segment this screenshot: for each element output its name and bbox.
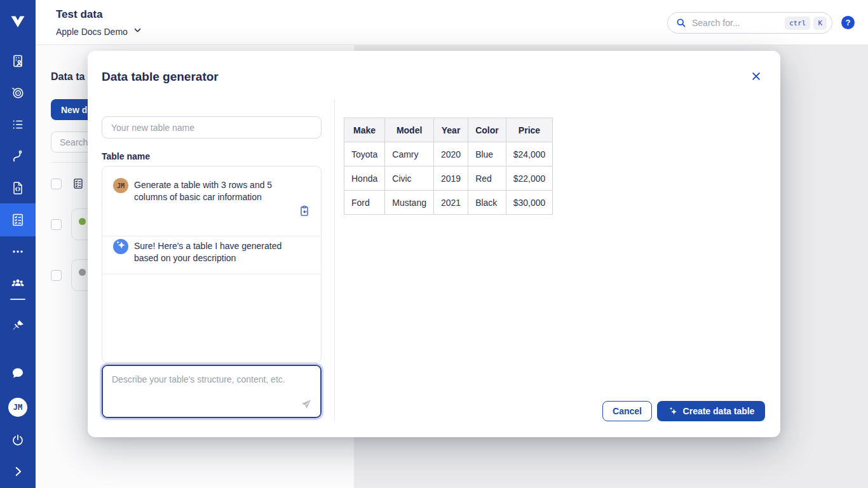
sidebar-item-logout[interactable] (0, 426, 36, 454)
column-header: Make (344, 118, 385, 142)
description-input-wrap (102, 365, 322, 418)
cell-make: Honda (344, 166, 385, 191)
sidebar-item-more[interactable] (0, 238, 36, 266)
close-icon (750, 71, 762, 85)
workspace-selector[interactable]: Apple Docs Demo (56, 25, 142, 37)
kbd-k: K (813, 17, 827, 30)
row-checkbox[interactable] (51, 270, 62, 281)
journey-route-icon (10, 149, 25, 164)
cell-model: Civic (385, 166, 434, 191)
create-data-table-button[interactable]: Create data table (657, 401, 765, 421)
top-header: Test data Apple Docs Demo ctrl K ? (36, 0, 868, 45)
column-header: Price (506, 118, 553, 142)
description-input[interactable] (103, 366, 320, 417)
users-group-icon (10, 276, 25, 291)
sidebar-expand-toggle[interactable] (0, 458, 36, 485)
description-chat-history: JM Generate a table with 3 rows and 5 co… (102, 166, 322, 363)
sidebar-item-chat[interactable] (0, 359, 36, 387)
table-row: Toyota Camry 2020 Blue $24,000 (344, 142, 553, 166)
sidebar-item-data-tables[interactable] (0, 203, 36, 236)
cell-model: Camry (385, 142, 434, 166)
background-search-placeholder: Search (60, 137, 88, 147)
data-tables-checklist-icon (10, 212, 25, 227)
green-status-dot (79, 218, 86, 225)
table-name-input[interactable] (102, 116, 322, 139)
chevron-down-icon (133, 25, 142, 37)
sidebar-item-organization[interactable] (0, 47, 36, 75)
question-mark-icon: ? (846, 18, 851, 27)
org-building-icon (10, 53, 25, 69)
sidebar-divider (10, 299, 25, 300)
cell-make: Ford (344, 191, 385, 215)
target-icon (10, 85, 25, 100)
sidebar-item-goals[interactable] (0, 79, 36, 107)
sidebar-item-lists[interactable] (0, 111, 36, 139)
app-logo[interactable] (0, 6, 36, 38)
clipboard-copy-icon (298, 208, 311, 219)
cell-price: $30,000 (506, 191, 553, 215)
sidebar-item-code-docs[interactable] (0, 174, 36, 202)
cell-color: Blue (468, 142, 506, 166)
data-table-generator-modal: Data table generator Table name Table de… (88, 51, 780, 437)
cell-price: $22,000 (506, 166, 553, 191)
copy-message-button[interactable] (298, 205, 311, 217)
global-search[interactable]: ctrl K (667, 12, 832, 34)
paper-plane-icon (300, 402, 313, 412)
cell-model: Mustang (385, 191, 434, 215)
global-search-input[interactable] (692, 18, 782, 28)
avatar-initials: JM (117, 182, 125, 189)
chat-divider (102, 274, 321, 274)
user-message-text: Generate a table with 3 rows and 5 colum… (134, 179, 307, 203)
table-row: Ford Mustang 2021 Black $30,000 (344, 191, 553, 215)
ai-message-avatar (113, 239, 128, 254)
sidebar-item-pinned[interactable] (0, 312, 36, 340)
sidebar-item-users[interactable] (0, 269, 36, 297)
kbd-ctrl: ctrl (785, 17, 811, 30)
column-header: Year (433, 118, 468, 142)
preview-table: Make Model Year Color Price Toyota Camry… (344, 118, 553, 215)
background-page-heading: Data ta (51, 71, 85, 83)
user-avatar[interactable]: JM (8, 398, 27, 417)
page-title: Test data (56, 8, 102, 21)
pin-icon (10, 318, 25, 334)
select-all-checkbox[interactable] (51, 179, 62, 189)
cancel-button[interactable]: Cancel (602, 401, 652, 421)
cell-make: Toyota (344, 142, 385, 166)
cell-color: Black (468, 191, 506, 215)
list-icon (10, 117, 25, 132)
chat-bubble-icon (10, 365, 25, 381)
create-button-label: Create data table (683, 406, 755, 416)
help-button[interactable]: ? (841, 16, 855, 29)
gray-status-dot (79, 269, 86, 276)
sparkle-icon (113, 238, 128, 255)
new-data-table-button-label: New d (61, 105, 87, 115)
avatar-initials: JM (13, 403, 22, 412)
row-data-table-icon (72, 177, 85, 193)
sidebar-item-journeys[interactable] (0, 142, 36, 170)
send-button[interactable] (300, 398, 313, 410)
chat-divider (102, 236, 321, 236)
sidebar: JM (0, 0, 36, 488)
cell-price: $24,000 (506, 142, 553, 166)
column-header: Model (385, 118, 434, 142)
code-document-icon (10, 180, 25, 196)
cell-year: 2021 (433, 191, 468, 215)
table-name-label: Table name (102, 151, 150, 161)
cell-year: 2019 (433, 166, 468, 191)
close-button[interactable] (747, 69, 765, 86)
ai-message-text: Sure! Here's a table I have generated ba… (134, 240, 307, 264)
modal-column-divider (334, 99, 335, 421)
preview-table-header-row: Make Model Year Color Price (344, 118, 553, 142)
workspace-name: Apple Docs Demo (56, 27, 128, 37)
ellipsis-icon (10, 244, 25, 259)
sparkle-icon (668, 406, 679, 417)
v-logo-icon (8, 13, 27, 32)
search-icon (675, 17, 687, 29)
cancel-button-label: Cancel (613, 406, 642, 416)
cell-year: 2020 (433, 142, 468, 166)
user-message-avatar: JM (113, 178, 128, 193)
column-header: Color (468, 118, 506, 142)
modal-title: Data table generator (102, 70, 219, 84)
power-icon (10, 433, 25, 448)
row-checkbox[interactable] (51, 219, 62, 230)
